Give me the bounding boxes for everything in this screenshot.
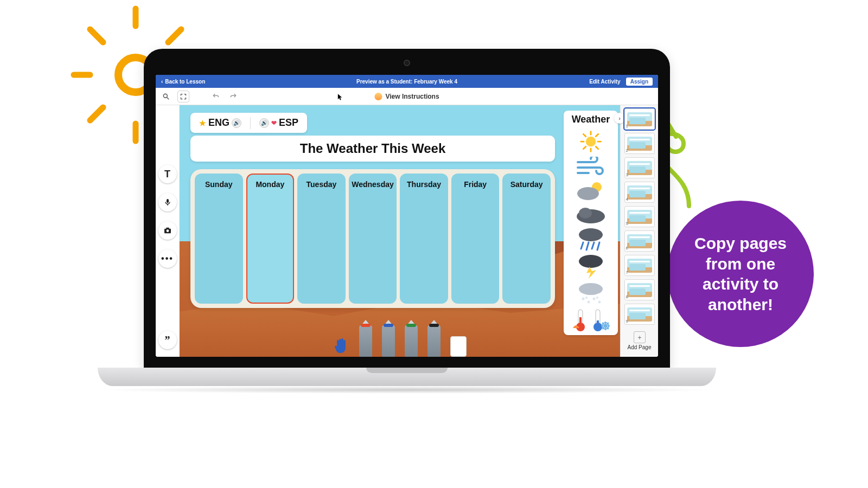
palette-title: Weather <box>572 114 610 125</box>
cursor-icon <box>337 93 343 101</box>
week-grid-wrap: Sunday Monday Tuesday Wednesday Thursday… <box>190 169 555 308</box>
pen-red[interactable] <box>359 325 372 357</box>
fullscreen-icon[interactable] <box>177 91 189 102</box>
text-tool[interactable]: T <box>158 165 177 183</box>
svg-line-7 <box>90 107 103 120</box>
lang-esp-label: ESP <box>279 117 298 129</box>
svg-line-6 <box>168 29 181 42</box>
assign-button[interactable]: Assign <box>626 78 653 86</box>
day-saturday[interactable]: Saturday <box>502 174 551 304</box>
svg-point-29 <box>579 228 603 241</box>
svg-point-38 <box>593 298 596 300</box>
page-thumb-9[interactable]: 9 <box>624 304 655 325</box>
page-thumb-3[interactable]: 3 <box>624 157 655 178</box>
mic-tool[interactable] <box>158 193 177 211</box>
svg-rect-15 <box>166 228 169 229</box>
svg-line-22 <box>596 146 598 149</box>
day-tuesday[interactable]: Tuesday <box>297 174 346 304</box>
weather-partly-cloudy-icon[interactable] <box>569 179 612 201</box>
svg-point-26 <box>577 187 599 200</box>
page-thumb-4[interactable]: 4 <box>624 182 655 203</box>
page-thumb-6[interactable]: 6 <box>624 230 655 252</box>
undo-icon[interactable] <box>210 91 222 102</box>
svg-point-40 <box>585 297 588 299</box>
weather-thermometer-icon[interactable] <box>569 309 612 332</box>
weather-sunny-icon[interactable] <box>569 130 612 153</box>
svg-point-14 <box>166 229 169 232</box>
svg-line-21 <box>583 134 586 137</box>
left-tool-rail: T ••• ” <box>156 105 180 357</box>
lang-esp-button[interactable]: 🔊 ❤ ESP <box>256 116 302 130</box>
weather-rainy-icon[interactable] <box>569 227 612 251</box>
day-friday[interactable]: Friday <box>451 174 500 304</box>
more-tool[interactable]: ••• <box>158 249 177 268</box>
app-screen: ‹ Back to Lesson Preview as a Student: F… <box>156 75 658 357</box>
svg-point-9 <box>163 94 167 98</box>
page-thumb-5[interactable]: 5 <box>624 206 655 227</box>
heart-icon: ❤ <box>271 119 277 127</box>
svg-line-5 <box>90 29 103 42</box>
eraser-tool[interactable] <box>450 336 467 357</box>
day-sunday[interactable]: Sunday <box>195 174 243 304</box>
week-grid: Sunday Monday Tuesday Wednesday Thursday… <box>195 174 551 304</box>
page-thumb-2[interactable]: 2 <box>624 133 655 154</box>
lang-eng-button[interactable]: ★ ENG 🔊 <box>196 116 245 130</box>
svg-point-28 <box>579 208 592 219</box>
svg-line-32 <box>592 242 594 249</box>
add-page-icon: ＋ <box>634 331 646 343</box>
weather-cloudy-icon[interactable] <box>569 204 612 224</box>
laptop-base <box>98 368 716 386</box>
move-hand-tool[interactable] <box>333 335 349 357</box>
next-page-chip[interactable]: › <box>614 113 625 124</box>
editor-toolbar: View Instructions <box>156 88 658 105</box>
page-thumb-7[interactable]: 7 <box>624 255 655 276</box>
svg-line-24 <box>596 134 598 137</box>
day-thursday[interactable]: Thursday <box>400 174 448 304</box>
page-sidebar: › 1 2 3 4 5 6 7 8 9 ＋ Add Page <box>620 105 658 357</box>
back-label: Back to Lesson <box>165 79 205 85</box>
add-page-label: Add Page <box>628 344 652 350</box>
view-instructions-label: View Instructions <box>385 93 439 100</box>
edit-activity-link[interactable]: Edit Activity <box>589 79 620 85</box>
pen-green[interactable] <box>405 325 418 357</box>
add-page-button[interactable]: ＋ Add Page <box>623 328 656 354</box>
svg-line-31 <box>586 242 589 250</box>
svg-point-36 <box>582 298 585 300</box>
speaker-icon[interactable]: 🔊 <box>232 118 241 128</box>
svg-point-37 <box>588 301 590 304</box>
svg-line-23 <box>583 146 586 149</box>
callout-bubble: Copy pages from one activity to another! <box>667 201 814 347</box>
pen-black[interactable] <box>427 325 441 357</box>
star-icon: ★ <box>199 119 206 127</box>
laptop-frame: ‹ Back to Lesson Preview as a Student: F… <box>144 49 670 385</box>
weather-windy-icon[interactable] <box>569 157 612 176</box>
pen-tray <box>333 319 467 357</box>
quote-tool[interactable]: ” <box>158 331 177 349</box>
worksheet-title: The Weather This Week <box>190 136 555 162</box>
day-monday[interactable]: Monday <box>246 174 295 304</box>
back-to-lesson-link[interactable]: ‹ Back to Lesson <box>161 79 205 85</box>
page-thumb-1[interactable]: 1 <box>624 108 655 130</box>
zoom-icon[interactable] <box>160 91 172 102</box>
svg-rect-11 <box>167 199 169 203</box>
svg-rect-47 <box>597 320 599 326</box>
page-thumb-8[interactable]: 8 <box>624 279 655 300</box>
pen-blue[interactable] <box>382 325 395 357</box>
svg-point-34 <box>579 255 603 268</box>
day-wednesday[interactable]: Wednesday <box>349 174 397 304</box>
svg-point-35 <box>579 283 603 295</box>
worksheet-canvas[interactable]: ★ ENG 🔊 🔊 ❤ ESP The Weather This Week <box>180 105 620 357</box>
svg-point-41 <box>596 297 598 299</box>
preview-title: Preview as a Student: February Week 4 <box>356 79 457 85</box>
camera-dot <box>405 61 409 65</box>
weather-thunder-icon[interactable] <box>569 254 612 278</box>
svg-line-33 <box>597 242 599 250</box>
lang-eng-label: ENG <box>208 117 229 129</box>
svg-rect-44 <box>579 317 582 326</box>
speaker-icon[interactable]: 🔊 <box>259 118 269 128</box>
redo-icon[interactable] <box>227 91 239 102</box>
chevron-left-icon: ‹ <box>161 79 163 85</box>
camera-tool[interactable] <box>158 221 177 240</box>
weather-snowy-icon[interactable] <box>569 281 612 305</box>
view-instructions-button[interactable]: View Instructions <box>374 93 439 100</box>
